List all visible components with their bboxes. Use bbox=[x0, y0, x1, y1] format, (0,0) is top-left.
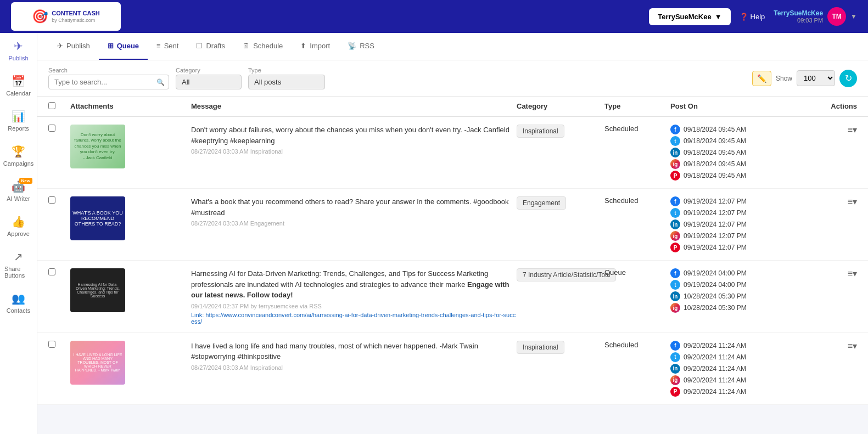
facebook-icon: f bbox=[670, 268, 680, 278]
sidebar-item-campaigns[interactable]: 🏆 Campaigns bbox=[0, 138, 37, 173]
help-label: Help bbox=[751, 13, 765, 21]
row2-category-badge: Engagement bbox=[517, 196, 566, 210]
row1-checkbox[interactable] bbox=[48, 125, 55, 132]
row4-msg-meta: 08/27/2024 03:03 AM Inspirational bbox=[191, 364, 283, 371]
row4-post-li: in 09/20/2024 11:24 AM bbox=[670, 364, 746, 374]
show-select[interactable]: 100 bbox=[797, 70, 835, 86]
twitter-icon: t bbox=[670, 352, 680, 362]
row2-ig-date: 09/19/2024 12:07 PM bbox=[684, 232, 747, 240]
refresh-icon: ↻ bbox=[845, 73, 852, 83]
tab-publish-icon: ✈ bbox=[57, 42, 63, 50]
row1-msg-text: Don't worry about failures, worry about … bbox=[191, 125, 517, 146]
row3-post-list: f 09/19/2024 04:00 PM t 09/19/2024 04:00… bbox=[670, 268, 747, 313]
account-label: TerrySueMcKee bbox=[658, 13, 711, 21]
tab-import[interactable]: ⬆ Import bbox=[292, 33, 339, 60]
row1-ig-date: 09/18/2024 09:45 AM bbox=[684, 160, 746, 168]
row1-post-li: in 09/18/2024 09:45 AM bbox=[670, 148, 746, 157]
row1-message: Don't worry about failures, worry about … bbox=[191, 122, 517, 157]
row3-ig-date: 10/28/2024 05:30 PM bbox=[684, 304, 747, 312]
tab-import-icon: ⬆ bbox=[300, 42, 306, 50]
sidebar-item-approve[interactable]: 👍 Approve bbox=[0, 208, 37, 244]
avatar: TM bbox=[827, 7, 846, 26]
show-label: Show bbox=[776, 75, 792, 82]
tab-drafts[interactable]: ☐ Drafts bbox=[187, 33, 234, 60]
row3-actions: ≡▾ bbox=[802, 266, 857, 281]
user-chevron-icon: ▼ bbox=[850, 13, 857, 20]
search-label: Search bbox=[48, 67, 169, 74]
row2-msg-meta: 08/27/2024 03:03 AM Engagement bbox=[191, 220, 284, 227]
row3-li-date: 10/28/2024 05:30 PM bbox=[684, 292, 747, 300]
row2-attachment: WHAT'S A BOOK YOU RECOMMEND OTHERS TO RE… bbox=[70, 194, 191, 243]
tab-sent-label: Sent bbox=[164, 42, 179, 50]
user-name: TerrySueMcKee bbox=[774, 9, 823, 17]
row1-thumbnail: Don't worry about failures, worry about … bbox=[70, 125, 125, 168]
filter-right: ✏️ Show 100 ↻ bbox=[752, 70, 857, 87]
account-button[interactable]: TerrySueMcKee ▼ bbox=[649, 8, 730, 25]
row1-post-pi: P 09/18/2024 09:45 AM bbox=[670, 171, 746, 181]
row4-category: Inspirational bbox=[517, 339, 604, 356]
user-time: 09:03 PM bbox=[774, 17, 823, 24]
edit-button[interactable]: ✏️ bbox=[752, 71, 771, 86]
row3-post-fb: f 09/19/2024 04:00 PM bbox=[670, 268, 747, 278]
search-icon: 🔍 bbox=[156, 78, 165, 86]
row1-category: Inspirational bbox=[517, 122, 604, 140]
row4-post-list: f 09/20/2024 11:24 AM t 09/20/2024 11:24… bbox=[670, 341, 746, 397]
instagram-icon: ig bbox=[670, 231, 680, 241]
sidebar-item-contacts[interactable]: 👥 Contacts bbox=[0, 285, 37, 320]
instagram-icon: ig bbox=[670, 159, 680, 169]
tab-rss[interactable]: 📡 RSS bbox=[339, 33, 383, 60]
row2-poston: f 09/19/2024 12:07 PM t 09/19/2024 12:07… bbox=[670, 194, 802, 255]
row4-category-badge: Inspirational bbox=[517, 341, 564, 354]
type-select[interactable]: All posts bbox=[248, 75, 325, 89]
row1-post-fb: f 09/18/2024 09:45 AM bbox=[670, 125, 746, 134]
row3-action-button[interactable]: ≡▾ bbox=[848, 268, 857, 279]
table-row: WHAT'S A BOOK YOU RECOMMEND OTHERS TO RE… bbox=[37, 189, 868, 261]
row4-check bbox=[48, 339, 70, 350]
row4-checkbox[interactable] bbox=[48, 341, 55, 348]
sidebar-item-reports[interactable]: 📊 Reports bbox=[0, 103, 37, 138]
row2-checkbox[interactable] bbox=[48, 196, 55, 204]
row2-thumbnail: WHAT'S A BOOK YOU RECOMMEND OTHERS TO RE… bbox=[70, 196, 125, 240]
row3-poston: f 09/19/2024 04:00 PM t 09/19/2024 04:00… bbox=[670, 266, 802, 315]
row4-attachment: I HAVE LIVED A LONG LIFE AND HAD MANY TR… bbox=[70, 339, 191, 387]
row4-li-date: 09/20/2024 11:24 AM bbox=[684, 365, 746, 373]
twitter-icon: t bbox=[670, 280, 680, 290]
row3-checkbox[interactable] bbox=[48, 268, 55, 275]
tab-sent[interactable]: ≡ Sent bbox=[148, 33, 187, 60]
col-check bbox=[48, 102, 70, 111]
search-input[interactable] bbox=[48, 75, 169, 89]
row3-msg-text: Harnessing AI for Data-Driven Marketing:… bbox=[191, 268, 517, 301]
sidebar-item-aiwriter[interactable]: New 🤖 AI Writer bbox=[0, 173, 37, 208]
refresh-button[interactable]: ↻ bbox=[839, 70, 857, 87]
linkedin-icon: in bbox=[670, 219, 680, 229]
tab-schedule[interactable]: 🗓 Schedule bbox=[234, 33, 292, 60]
sidebar-label-contacts: Contacts bbox=[7, 307, 30, 314]
row4-message: I have lived a long life and had many tr… bbox=[191, 339, 517, 373]
tab-queue[interactable]: ⊞ Queue bbox=[99, 33, 148, 60]
row1-fb-date: 09/18/2024 09:45 AM bbox=[684, 126, 746, 133]
tab-drafts-label: Drafts bbox=[206, 42, 225, 50]
sidebar-item-share[interactable]: ↗ Share Buttons bbox=[0, 244, 37, 285]
row4-msg-text: I have lived a long life and had many tr… bbox=[191, 341, 517, 362]
col-message: Message bbox=[191, 102, 517, 111]
row3-post-li: in 10/28/2024 05:30 PM bbox=[670, 291, 747, 301]
sidebar-item-calendar[interactable]: 📅 Calendar bbox=[0, 68, 37, 103]
row4-action-button[interactable]: ≡▾ bbox=[848, 341, 857, 351]
col-attachments: Attachments bbox=[70, 102, 191, 111]
row1-attachment: Don't worry about failures, worry about … bbox=[70, 122, 191, 171]
row2-pi-date: 09/19/2024 12:07 PM bbox=[684, 244, 747, 251]
help-button[interactable]: ❓ Help bbox=[740, 13, 765, 21]
category-select[interactable]: All bbox=[176, 75, 242, 89]
row2-post-pi: P 09/19/2024 12:07 PM bbox=[670, 243, 747, 252]
row1-action-button[interactable]: ≡▾ bbox=[848, 125, 857, 135]
row4-tw-date: 09/20/2024 11:24 AM bbox=[684, 353, 746, 361]
select-all-checkbox[interactable] bbox=[48, 102, 55, 109]
sidebar-item-publish[interactable]: ✈ Publish bbox=[0, 33, 37, 68]
row2-action-button[interactable]: ≡▾ bbox=[848, 196, 857, 207]
row1-actions: ≡▾ bbox=[802, 122, 857, 137]
row3-type: Queue bbox=[604, 266, 670, 279]
row4-ig-date: 09/20/2024 11:24 AM bbox=[684, 376, 746, 384]
row1-msg-meta: 08/27/2024 03:03 AM Inspirational bbox=[191, 148, 283, 155]
tab-publish[interactable]: ✈ Publish bbox=[48, 33, 99, 60]
row3-type-text: Queue bbox=[604, 268, 626, 277]
